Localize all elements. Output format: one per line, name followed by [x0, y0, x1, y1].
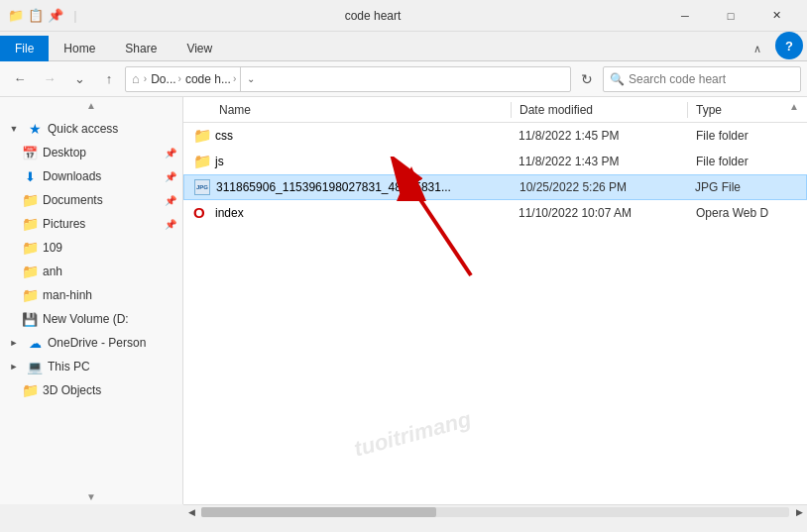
folder-css-icon: 📁 — [193, 128, 209, 144]
sidebar-label-anh: anh — [43, 265, 62, 278]
sidebar-label-109: 109 — [43, 241, 62, 255]
hscroll-track — [201, 507, 789, 517]
file-date-css: 11/8/2022 1:45 PM — [511, 129, 688, 143]
tab-home[interactable]: Home — [49, 36, 110, 61]
back-button[interactable]: ← — [6, 65, 34, 93]
table-row[interactable]: 📁 js 11/8/2022 1:43 PM File folder — [183, 149, 807, 174]
title-bar-controls: ─ □ ✕ — [662, 0, 799, 32]
pictures-icon: 📁 — [22, 216, 38, 232]
sidebar-label-man-hinh: man-hinh — [43, 288, 92, 302]
path-sep-1: › — [144, 73, 147, 84]
file-name-jpg: JPG 311865906_115396198027831_48955831..… — [184, 179, 512, 195]
close-button[interactable]: ✕ — [753, 0, 799, 32]
maximize-button[interactable]: □ — [708, 0, 753, 32]
this-pc-icon: 💻 — [27, 359, 43, 374]
tab-share[interactable]: Share — [110, 36, 172, 61]
col-header-name[interactable]: Name — [183, 97, 511, 122]
up-button[interactable]: ↑ — [95, 65, 123, 93]
path-segment-downloads[interactable]: Do... › — [151, 72, 181, 86]
sidebar-item-this-pc[interactable]: ► 💻 This PC — [0, 355, 182, 378]
sidebar-label-this-pc: This PC — [48, 360, 90, 373]
file-type-css: File folder — [688, 129, 807, 143]
path-chevron-2[interactable]: › — [233, 73, 236, 84]
table-row[interactable]: O index 11/10/2022 10:07 AM Opera Web D — [183, 200, 807, 226]
address-path[interactable]: ⌂ › Do... › code h... › ⌄ — [125, 66, 571, 92]
sidebar-scroll-up[interactable]: ▲ — [0, 97, 182, 113]
sidebar-label-documents: Documents — [43, 193, 103, 207]
sidebar-label-desktop: Desktop — [43, 146, 86, 160]
sidebar-item-onedrive[interactable]: ► ☁ OneDrive - Person — [0, 331, 182, 355]
sidebar-item-documents[interactable]: 📁 Documents 📌 — [0, 188, 182, 212]
forward-button[interactable]: → — [36, 65, 63, 93]
sidebar-item-desktop[interactable]: 📅 Desktop 📌 — [0, 141, 182, 164]
search-input[interactable] — [629, 72, 794, 86]
sidebar-content: ▼ ★ Quick access 📅 Desktop 📌 ⬇ Downloads… — [0, 113, 182, 488]
file-type-index: Opera Web D — [688, 206, 807, 220]
file-list: 📁 css 11/8/2022 1:45 PM File folder 📁 js… — [183, 123, 807, 504]
desktop-pin-icon: 📌 — [165, 148, 176, 159]
refresh-button[interactable]: ↻ — [573, 65, 601, 93]
sidebar-label-quick-access: Quick access — [48, 122, 118, 136]
file-type-js: File folder — [688, 155, 807, 168]
title-bar: 📁 📋 📌 | code heart ─ □ ✕ — [0, 0, 807, 32]
tab-view[interactable]: View — [172, 36, 227, 61]
file-type-jpg: JPG File — [687, 180, 806, 194]
window-title: code heart — [89, 9, 656, 23]
folder-man-hinh-icon: 📁 — [22, 287, 38, 303]
sidebar-item-pictures[interactable]: 📁 Pictures 📌 — [0, 212, 182, 236]
hscroll-left-button[interactable]: ◀ — [183, 505, 199, 519]
tab-file[interactable]: File — [0, 36, 49, 61]
path-chevron-1[interactable]: › — [178, 73, 181, 84]
path-home: ⌂ — [132, 71, 140, 86]
sidebar-item-109[interactable]: 📁 109 — [0, 236, 182, 260]
expand-icon-onedrive: ► — [6, 335, 22, 351]
minimize-button[interactable]: ─ — [662, 0, 708, 32]
main-layout: ▲ ▼ ★ Quick access 📅 Desktop 📌 ⬇ Dow — [0, 97, 807, 504]
onedrive-icon: ☁ — [27, 335, 43, 351]
table-row[interactable]: JPG 311865906_115396198027831_48955831..… — [183, 174, 807, 200]
sidebar-label-onedrive: OneDrive - Person — [48, 336, 146, 350]
expand-icon-this-pc: ► — [6, 359, 22, 374]
file-area: ▲ Name Date modified Type 📁 — [183, 97, 807, 504]
file-name-css: 📁 css — [183, 128, 511, 144]
desktop-icon: 📅 — [22, 145, 38, 160]
documents-icon: 📁 — [22, 192, 38, 208]
hscroll-thumb[interactable] — [201, 507, 436, 517]
drive-icon: 💾 — [22, 311, 38, 327]
quick-access-star-icon: ★ — [27, 121, 43, 137]
path-dropdown-button[interactable]: ⌄ — [240, 66, 260, 92]
opera-icon: O — [193, 205, 209, 221]
sort-arrow: ▲ — [789, 101, 799, 112]
sidebar: ▲ ▼ ★ Quick access 📅 Desktop 📌 ⬇ Dow — [0, 97, 183, 504]
recent-button[interactable]: ⌄ — [65, 65, 93, 93]
file-date-index: 11/10/2022 10:07 AM — [511, 206, 688, 220]
address-bar: ← → ⌄ ↑ ⌂ › Do... › code h... › ⌄ ↻ 🔍 — [0, 61, 807, 97]
documents-pin-icon: 📌 — [165, 195, 176, 206]
downloads-pin-icon: 📌 — [165, 171, 176, 182]
search-box[interactable]: 🔍 — [603, 66, 801, 92]
sidebar-item-downloads[interactable]: ⬇ Downloads 📌 — [0, 164, 182, 188]
ribbon-expand-button[interactable]: ∧ — [744, 38, 771, 60]
file-name-js: 📁 js — [183, 154, 511, 169]
help-button[interactable]: ? — [775, 32, 803, 59]
expand-icon-quick-access: ▼ — [6, 121, 22, 137]
path-segment-codeheart[interactable]: code h... › — [185, 72, 236, 86]
table-row[interactable]: 📁 css 11/8/2022 1:45 PM File folder — [183, 123, 807, 149]
search-icon: 🔍 — [610, 72, 625, 86]
hscroll-right-button[interactable]: ▶ — [791, 505, 807, 519]
sidebar-label-new-volume: New Volume (D: — [43, 312, 129, 326]
sidebar-item-3d-objects[interactable]: 📁 3D Objects — [0, 378, 182, 402]
sidebar-item-quick-access[interactable]: ▼ ★ Quick access — [0, 117, 182, 141]
sidebar-item-new-volume[interactable]: 💾 New Volume (D: — [0, 307, 182, 331]
downloads-icon: ⬇ — [22, 168, 38, 184]
sidebar-scroll-down[interactable]: ▼ — [0, 488, 182, 504]
title-separator: | — [67, 8, 83, 24]
sidebar-item-anh[interactable]: 📁 anh — [0, 260, 182, 283]
folder-109-icon: 📁 — [22, 240, 38, 256]
folder-js-icon: 📁 — [193, 154, 209, 169]
3d-objects-icon: 📁 — [22, 382, 38, 398]
sidebar-item-man-hinh[interactable]: 📁 man-hinh — [0, 283, 182, 307]
col-header-date[interactable]: Date modified — [512, 97, 687, 122]
window-icon-folder: 📁 — [8, 8, 24, 24]
sidebar-label-downloads: Downloads — [43, 169, 101, 183]
